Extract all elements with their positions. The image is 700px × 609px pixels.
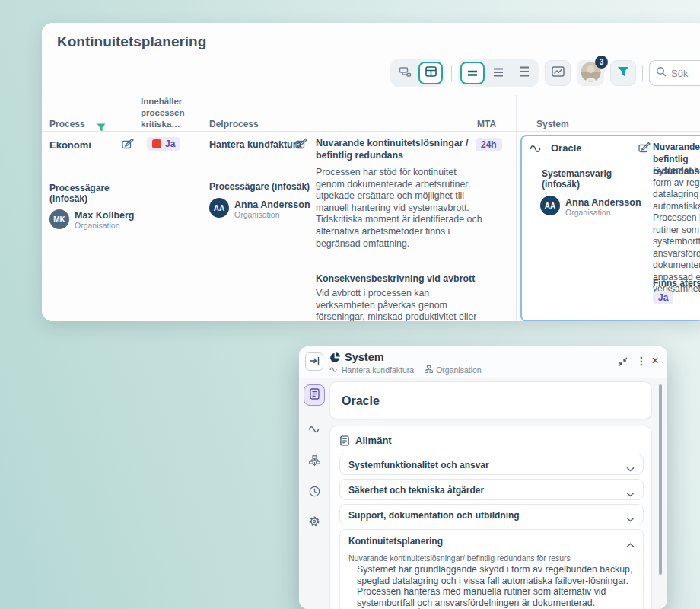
system-name-card: Oracle [329,381,652,419]
accordion-systemfunktionalitet[interactable]: Systemfunktionalitet och ansvar [339,454,644,475]
column-header-process: Process [49,119,85,129]
table-view-icon [425,66,437,80]
accordion-label: Kontinuitetsplanering [348,536,443,547]
density-relaxed-icon [519,66,530,80]
system-restore-badge: Ja [653,291,673,304]
analytics-button[interactable] [545,60,571,86]
view-switch-group [390,59,445,87]
delprocess-owner-name: Anna Andersson [234,200,310,210]
breadcrumb-delprocess[interactable]: Hantera kundfaktura [342,365,414,375]
critical-badge-label: Ja [165,139,175,149]
user-avatar-button[interactable]: 3 [577,60,604,86]
breadcrumb: Hantera kundfaktura Organisation [329,365,482,375]
rail-settings-button[interactable] [304,512,325,534]
chevron-up-icon [626,537,635,551]
collapse-panel-icon[interactable] [615,354,630,369]
expand-panel-icon [310,355,320,368]
chevron-down-icon [626,512,635,525]
rail-details-button[interactable] [304,384,325,406]
expand-panel-button[interactable] [305,352,323,371]
process-filter-icon[interactable] [97,121,106,135]
detail-panel-header: System Hantera kundfaktura Organisation … [299,346,667,378]
system-detail-panel: System Hantera kundfaktura Organisation … [299,346,667,609]
board-view-button[interactable] [393,62,417,84]
trend-chart-icon [552,66,565,80]
column-header-critical: Innehåller processen kritiska… [141,96,197,130]
rail-wave-button[interactable] [304,419,325,441]
edit-process-icon[interactable] [122,138,134,152]
breadcrumb-org[interactable]: Organisation [436,365,482,375]
system-owner-org: Organisation [565,208,611,217]
system-owner-label: Systemansvarig (infosäk) [542,168,622,190]
delprocess-cell: Hantera kundfaktura Processägare (infosä… [209,137,312,320]
chevron-down-icon [626,461,635,475]
panel-scrollbar-thumb[interactable] [659,384,662,575]
section-document-icon [340,435,349,449]
critical-badge: Ja [147,137,180,151]
breadcrumb-hierarchy-icon [425,365,433,375]
continuity-body: Processen har stöd för kontinuitet genom… [316,167,482,250]
column-header-delprocess: Delprocess [209,119,259,129]
hierarchy-icon [309,455,320,470]
delprocess-name: Hantera kundfaktura [209,139,302,150]
toolbar-separator-2 [642,65,643,81]
mta-badge: 24h [476,138,502,151]
system-owner-name: Anna Andersson [565,198,641,208]
pie-chart-icon [329,352,341,366]
system-restore-label: Finns återställningsplan [653,277,700,289]
search-icon [656,66,667,80]
density-compact-button[interactable] [460,62,485,84]
accordion-kontinuitetsplanering[interactable]: Kontinuitetsplanering Nuvarande kontinui… [339,529,644,609]
system-name: Oracle [551,142,581,154]
system-wave-icon [530,143,543,157]
process-name: Ekonomi [49,139,91,151]
avatar-aa: AA [209,198,229,218]
detail-system-name: Oracle [342,394,380,408]
edit-system-icon[interactable] [638,142,651,156]
detail-panel-title: System [345,351,384,363]
breadcrumb-wave-icon [329,365,339,375]
system-cell[interactable]: Oracle Systemansvarig (infosäk) AA Anna … [520,135,700,321]
column-header-system: System [536,119,569,129]
density-relaxed-button[interactable] [512,62,536,84]
gear-icon [308,515,320,531]
process-owner-org: Organisation [75,221,120,230]
rail-hierarchy-button[interactable] [304,451,325,473]
main-panel: Kontinuitetsplanering [42,23,700,321]
kebab-menu-icon[interactable]: ⋮ [634,353,649,368]
accordion-support[interactable]: Support, dokumentation och utbildning [339,504,644,525]
row-density-group [458,59,539,87]
delprocess-owner-org: Organisation [234,210,280,219]
filter-button[interactable] [610,60,636,86]
density-medium-icon [493,66,504,80]
edit-delprocess-icon[interactable] [295,138,307,152]
process-owner-label: Processägare (infosäk) [49,183,114,204]
general-section-card: Allmänt Systemfunktionalitet och ansvar … [329,426,652,609]
section-title: Allmänt [355,435,392,446]
column-header-mta: MTA [477,119,496,129]
column-divider [202,95,202,321]
critical-red-dot [152,139,161,148]
clock-icon [309,486,320,500]
rail-history-button[interactable] [304,482,325,503]
search-input[interactable] [671,68,700,79]
table-view-button[interactable] [418,62,443,84]
avatar-mk: MK [49,209,69,229]
close-icon[interactable]: × [648,353,663,368]
notification-badge: 3 [595,56,608,69]
process-cell: Ekonomi Ja Processägare (infosäk) MK Max… [49,137,198,320]
detail-panel-body: Oracle Allmänt Systemfunktionalitet och … [299,378,667,609]
page-title: Kontinuitetsplanering [57,33,206,50]
column-divider-2 [516,95,517,321]
accordion-sakerhet[interactable]: Säkerhet och tekniska åtgärder [339,479,644,500]
document-icon [310,388,320,403]
continuity-field-label: Nuvarande kontinuitetslösningar/ befintl… [348,553,638,563]
system-continuity-body: Systemet har grundläggande skydd i form … [653,165,700,295]
delprocess-owner-label: Processägare (infosäk) [209,181,310,192]
chevron-down-icon [626,486,635,500]
system-avatar-aa: AA [540,196,560,215]
toolbar: 3 [390,58,700,88]
toolbar-separator [451,65,452,81]
density-medium-button[interactable] [486,62,511,84]
continuity-heading: Nuvarande kontinuitetslösningar / befint… [316,137,482,161]
